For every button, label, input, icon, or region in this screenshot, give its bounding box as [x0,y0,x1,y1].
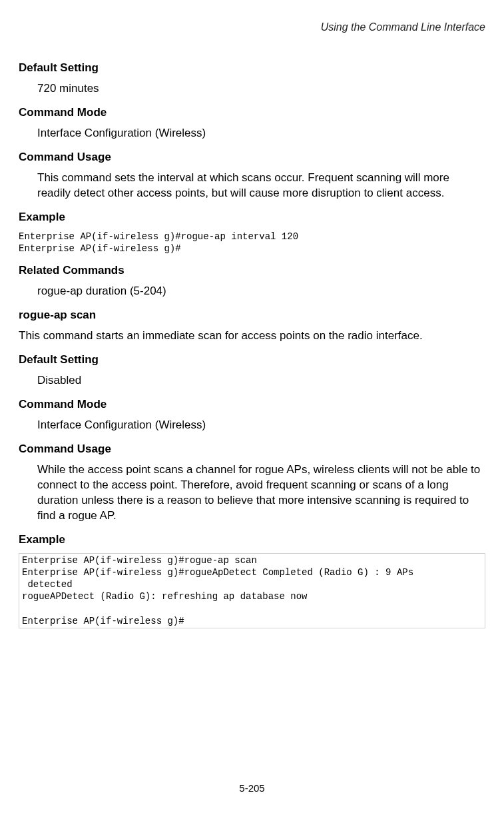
command-usage-heading-1: Command Usage [19,151,485,164]
command-mode-heading-2: Command Mode [19,398,485,411]
example-heading-2: Example [19,533,485,546]
example-heading-1: Example [19,211,485,224]
running-header: Using the Command Line Interface [19,21,485,33]
page-number: 5-205 [0,782,504,794]
command-mode-heading-1: Command Mode [19,106,485,119]
related-commands-value: rogue-ap duration (5-204) [37,284,485,299]
default-setting-heading-1: Default Setting [19,61,485,75]
example-code-1: Enterprise AP(if-wireless g)#rogue-ap in… [19,231,485,255]
command-usage-value-2: While the access point scans a channel f… [37,462,485,524]
command-mode-value-2: Interface Configuration (Wireless) [37,418,485,433]
related-commands-heading: Related Commands [19,264,485,277]
default-setting-value-2: Disabled [37,373,485,389]
command-description: This command starts an immediate scan fo… [19,329,485,344]
command-usage-heading-2: Command Usage [19,442,485,456]
default-setting-value-1: 720 minutes [37,81,485,97]
example-code-2: Enterprise AP(if-wireless g)#rogue-ap sc… [19,553,485,628]
default-setting-heading-2: Default Setting [19,353,485,367]
command-name-heading: rogue-ap scan [19,309,485,322]
command-mode-value-1: Interface Configuration (Wireless) [37,126,485,141]
command-usage-value-1: This command sets the interval at which … [37,171,485,201]
